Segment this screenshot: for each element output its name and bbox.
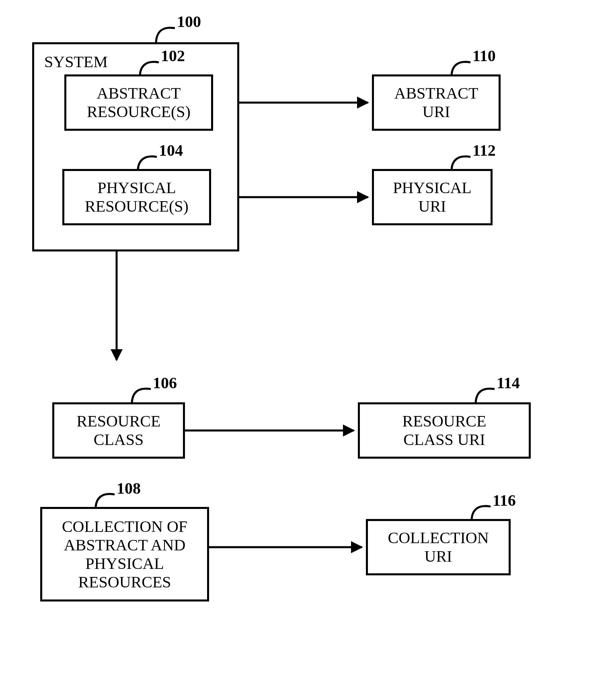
ref-112: 112 [472,141,496,160]
ref-116: 116 [493,491,516,510]
system-label: SYSTEM [44,52,108,71]
abstract-uri-box: ABSTRACTURI [372,74,501,131]
callout-110 [448,60,470,76]
resource-class-box: RESOURCECLASS [52,402,185,459]
physical-uri-box: PHYSICALURI [372,169,493,225]
collection-text: COLLECTION OFABSTRACT ANDPHYSICALRESOURC… [62,517,187,591]
physical-uri-text: PHYSICALURI [393,179,472,216]
arrow-collection-to-uri [209,541,366,553]
diagram-canvas: SYSTEM ABSTRACTRESOURCE(S) PHYSICALRESOU… [0,0,616,690]
arrow-physical-to-uri [239,191,372,203]
callout-112 [448,155,470,171]
physical-resources-text: PHYSICALRESOURCE(S) [85,179,189,216]
arrow-resource-class-to-uri [185,424,358,437]
ref-100: 100 [177,12,201,31]
ref-102: 102 [161,46,185,65]
abstract-resources-text: ABSTRACTRESOURCE(S) [87,84,191,121]
callout-108 [92,492,115,509]
callout-114 [472,387,495,404]
resource-class-uri-box: RESOURCECLASS URI [358,402,531,459]
resource-class-uri-text: RESOURCECLASS URI [402,412,487,449]
ref-114: 114 [497,373,520,392]
abstract-uri-text: ABSTRACTURI [394,84,478,121]
ref-106: 106 [153,373,177,392]
collection-uri-text: COLLECTIONURI [388,529,489,566]
ref-104: 104 [159,141,183,160]
abstract-resources-box: ABSTRACTRESOURCE(S) [64,74,213,131]
callout-100 [153,26,175,44]
ref-110: 110 [472,46,496,65]
collection-box: COLLECTION OFABSTRACT ANDPHYSICALRESOURC… [40,507,209,601]
arrow-system-to-resource-class [111,251,123,364]
collection-uri-box: COLLECTIONURI [366,519,511,575]
callout-106 [129,387,151,404]
physical-resources-box: PHYSICALRESOURCE(S) [62,169,211,225]
callout-116 [468,505,491,521]
ref-108: 108 [117,479,141,498]
resource-class-text: RESOURCECLASS [77,412,161,449]
arrow-abstract-to-uri [239,97,372,109]
